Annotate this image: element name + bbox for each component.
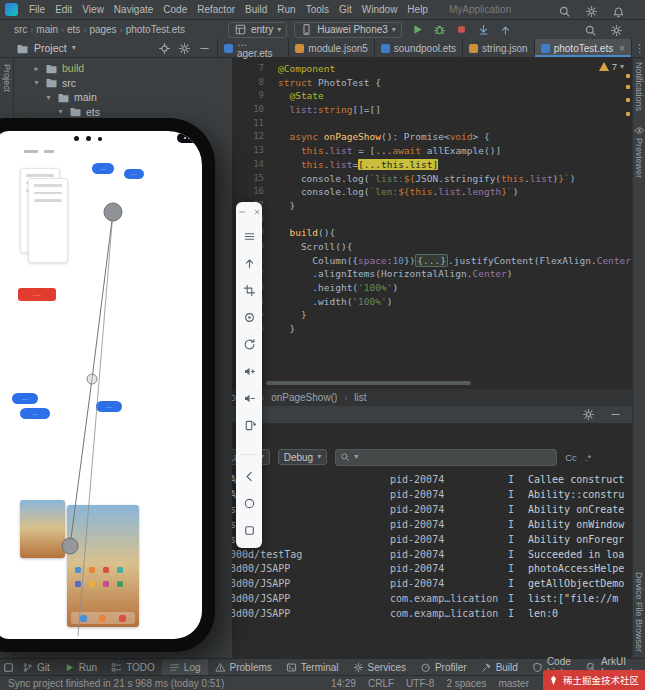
tree-item-ets[interactable]: ▾ets [14, 105, 232, 120]
code-line[interactable]: 8struct PhotoTest { [232, 76, 632, 90]
code-line[interactable]: 23 .height('100%') [232, 281, 632, 295]
toolbar-tab-services[interactable]: Services [346, 659, 413, 676]
close-icon[interactable]: × [619, 43, 625, 54]
match-case-toggle[interactable]: Cc [565, 452, 577, 463]
inspections-widget[interactable]: 7 ▾ [599, 61, 624, 72]
git-push-button[interactable] [497, 22, 515, 38]
screenshot-button[interactable] [236, 278, 262, 302]
chevron-down-icon[interactable]: ▾ [56, 107, 65, 116]
volume-down-button[interactable] [236, 386, 262, 410]
log-minimize-button[interactable] [606, 407, 624, 423]
breadcrumb-item[interactable]: photoTest.ets [126, 24, 185, 35]
chevron-right-icon[interactable]: ▸ [32, 64, 41, 73]
status-widget[interactable]: UTF-8 [406, 678, 434, 689]
hide-panel-button[interactable] [197, 40, 211, 56]
menu-help[interactable]: Help [402, 0, 433, 20]
ide-settings-button[interactable] [607, 22, 625, 38]
tree-item-main[interactable]: ▾main [14, 90, 232, 105]
tree-item-build[interactable]: ▸build [14, 61, 232, 76]
upload-button[interactable] [236, 251, 262, 275]
phone-screen[interactable]: ··· ··· ···· ··· ··· ··· [0, 131, 202, 639]
emulator-menu-button[interactable] [236, 224, 262, 248]
code-line[interactable]: 13 this.list = [...await allExample()] [232, 144, 632, 158]
menu-run[interactable]: Run [272, 0, 300, 20]
find-button[interactable] [581, 22, 599, 38]
code-line[interactable]: 12 async onPageShow(): Promise<void> { [232, 130, 632, 144]
tool-stripe-previewer[interactable]: Previewer [634, 125, 645, 178]
emulator-minimize-button[interactable] [237, 207, 247, 217]
status-widget[interactable]: 14:29 [331, 678, 356, 689]
code-line[interactable]: 20 Scroll(){ [232, 240, 632, 254]
status-widget[interactable]: CRLF [368, 678, 394, 689]
log-level-selector[interactable]: Debug ▾ [278, 449, 327, 465]
chevron-down-icon[interactable]: ▾ [44, 93, 53, 102]
code-line[interactable]: 18 [232, 213, 632, 227]
toolbar-tab-terminal[interactable]: Terminal [279, 659, 346, 676]
settings-button[interactable] [582, 3, 600, 19]
tool-stripe-project[interactable]: Project [2, 64, 12, 92]
module-selector[interactable]: entry ▾ [228, 22, 287, 38]
project-panel-header[interactable]: Project ▾ [0, 39, 218, 57]
menu-file[interactable]: File [24, 0, 50, 20]
tool-stripe-device-file-browser[interactable]: Device File Browser [634, 572, 644, 652]
locate-button[interactable] [236, 305, 262, 329]
chevron-down-icon[interactable]: ▾ [32, 78, 41, 87]
toolbar-tab-profiler[interactable]: Profiler [413, 659, 474, 676]
refresh-button[interactable] [236, 332, 262, 356]
git-update-button[interactable] [475, 22, 493, 38]
search-button[interactable] [555, 3, 573, 19]
code-line[interactable]: 25 } [232, 308, 632, 322]
breadcrumb-item[interactable]: ets [67, 24, 80, 35]
code-line[interactable]: 26 } [232, 322, 632, 336]
scope-breadcrumb-item[interactable]: list [354, 392, 366, 403]
toolbar-tab-build[interactable]: Build [474, 659, 525, 676]
horizontal-scrollbar[interactable] [266, 381, 471, 385]
menu-window[interactable]: Window [357, 0, 403, 20]
status-widget[interactable]: master [498, 678, 529, 689]
volume-up-button[interactable] [236, 359, 262, 383]
toolbar-tab-log[interactable]: Log [162, 659, 208, 676]
code-line[interactable]: 14 this.list=[...this.list] [232, 158, 632, 172]
tab-string-json[interactable]: string.json [463, 39, 535, 57]
scope-breadcrumb-item[interactable]: onPageShow() [271, 392, 337, 403]
code-line[interactable]: 22 .alignItems(HorizontalAlign.Center) [232, 267, 632, 281]
toolbar-tab-run[interactable]: Run [57, 659, 104, 676]
tab-module-json5[interactable]: module.json5 [289, 39, 374, 57]
code-line[interactable]: 7@Component [232, 62, 632, 76]
toolbar-tab-git[interactable]: Git [15, 659, 57, 676]
device-selector[interactable]: Huawei Phone3 ▾ [294, 22, 402, 38]
code-line[interactable]: 21 Column({space:10}){...}.justifyConten… [232, 254, 632, 268]
breadcrumb-item[interactable]: pages [89, 24, 116, 35]
code-editor[interactable]: 7@Component8struct PhotoTest {9 @State10… [232, 58, 632, 388]
code-line[interactable]: 19 build(){ [232, 226, 632, 240]
run-button[interactable] [409, 22, 427, 38]
menu-build[interactable]: Build [240, 0, 272, 20]
phone-mirror[interactable]: ··· ··· ···· ··· ··· ··· [0, 118, 215, 652]
regex-toggle[interactable]: .* [585, 452, 591, 463]
tree-item-src[interactable]: ▾src [14, 76, 232, 91]
tool-window-switcher-button[interactable] [2, 659, 15, 675]
rotate-device-button[interactable] [236, 413, 262, 437]
menu-git[interactable]: Git [334, 0, 357, 20]
nav-home-button[interactable] [236, 491, 262, 515]
menu-code[interactable]: Code [158, 0, 192, 20]
locate-file-button[interactable] [157, 40, 171, 56]
menu-tools[interactable]: Tools [301, 0, 334, 20]
tab-overflow-icon[interactable]: ⋮ [634, 42, 645, 55]
breadcrumb-item[interactable]: main [36, 24, 58, 35]
code-line[interactable]: 17 } [232, 199, 632, 213]
log-settings-button[interactable] [579, 407, 597, 423]
code-line[interactable]: 9 @State [232, 89, 632, 103]
toolbar-tab-problems[interactable]: Problems [208, 659, 279, 676]
emulator-close-button[interactable] [252, 207, 262, 217]
tool-stripe-notifications[interactable]: Notifications [634, 62, 644, 111]
menu-refactor[interactable]: Refactor [192, 0, 240, 20]
stop-button[interactable] [453, 22, 471, 38]
nav-recents-button[interactable] [236, 518, 262, 542]
notifications-button[interactable] [609, 3, 627, 19]
code-line[interactable]: 15 console.log(`list:${JSON.stringify(th… [232, 172, 632, 186]
project-settings-button[interactable] [177, 40, 191, 56]
menu-view[interactable]: View [77, 0, 109, 20]
toolbar-tab-todo[interactable]: TODO [104, 659, 162, 676]
code-line[interactable]: 16 console.log(`len:${this.list.length}`… [232, 185, 632, 199]
